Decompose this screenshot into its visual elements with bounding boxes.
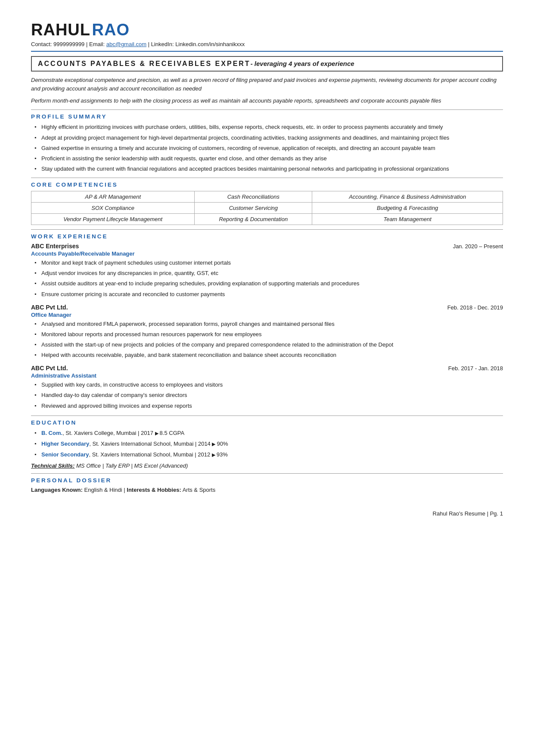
work-bullets-2: Analysed and monitored FMLA paperwork, p… — [34, 320, 503, 360]
work-company-1: ABC Enterprises — [31, 243, 79, 250]
profile-bullet-2: Adept at providing project management fo… — [34, 134, 503, 142]
competencies-divider — [31, 178, 503, 178]
work-dates-3: Feb. 2017 - Jan. 2018 — [448, 365, 503, 372]
work-role-2: Office Manager — [31, 312, 503, 318]
work-1-bullet-2: Adjust vendor invoices for any discrepan… — [34, 269, 503, 278]
email-label: Email: — [89, 41, 105, 47]
personal-dossier: Languages Known: English & Hindi | Inter… — [31, 487, 503, 493]
contact-label: Contact: — [31, 41, 52, 47]
languages-label: Languages Known: — [31, 487, 83, 493]
education-list: B. Com., St. Xaviers College, Mumbai | 2… — [34, 429, 503, 459]
name-block: RAHUL RAO — [31, 21, 503, 39]
comp-2-1: SOX Compliance — [31, 203, 195, 214]
edu-2-rest: , St. Xaviers International School, Mumb… — [89, 440, 211, 447]
edu-3-rest: , St. Xaviers International School, Mumb… — [89, 451, 211, 458]
job-title: ACCOUNTS PAYABLES & RECEIVABLES EXPERT — [38, 60, 251, 67]
profile-bullet-3: Gained expertise in ensuring a timely an… — [34, 144, 503, 153]
profile-bullet-4: Proficient in assisting the senior leade… — [34, 154, 503, 163]
personal-dossier-divider — [31, 473, 503, 474]
work-entry-3: ABC Pvt Ltd. Feb. 2017 - Jan. 2018 Admin… — [31, 365, 503, 410]
work-3-bullet-1: Supplied with key cards, in constructive… — [34, 381, 503, 389]
contact-phone: 9999999999 — [53, 41, 84, 47]
summary-para-2: Perform month-end assignments to help wi… — [31, 97, 503, 105]
technical-skills-value: MS Office | Tally ERP | MS Excel (Advanc… — [76, 462, 188, 469]
comp-3-2: Reporting & Documentation — [195, 214, 312, 225]
work-role-1: Accounts Payable/Receivable Manager — [31, 250, 503, 257]
title-box: ACCOUNTS PAYABLES & RECEIVABLES EXPERT- … — [31, 56, 503, 72]
competency-row-2: SOX Compliance Customer Servicing Budget… — [31, 203, 503, 214]
work-header-3: ABC Pvt Ltd. Feb. 2017 - Jan. 2018 — [31, 365, 503, 372]
footer-text: Rahul Rao's Resume | Pg. 1 — [433, 510, 503, 517]
interests-label: Interests & Hobbies: — [127, 487, 181, 493]
work-bullets-3: Supplied with key cards, in constructive… — [34, 381, 503, 410]
edu-2-arrow: ▶ — [212, 441, 217, 447]
work-dates-1: Jan. 2020 – Present — [453, 243, 503, 250]
competency-row-3: Vendor Payment Lifecycle Management Repo… — [31, 214, 503, 225]
profile-divider — [31, 109, 503, 110]
competency-row-1: AP & AR Management Cash Reconciliations … — [31, 191, 503, 203]
summary-para-1: Demonstrate exceptional competence and p… — [31, 76, 503, 93]
interests-value: Arts & Sports — [183, 487, 216, 493]
edu-3-result: 93% — [217, 451, 228, 458]
edu-2-result: 90% — [217, 440, 228, 447]
work-dates-2: Feb. 2018 - Dec. 2019 — [447, 304, 503, 311]
profile-bullet-5: Stay updated with the current with finan… — [34, 165, 503, 173]
comp-1-1: AP & AR Management — [31, 191, 195, 203]
technical-skills: Technical Skills: MS Office | Tally ERP … — [31, 462, 503, 469]
edu-item-3: Senior Secondary, St. Xaviers Internatio… — [34, 450, 503, 459]
work-3-bullet-2: Handled day-to day calendar of company's… — [34, 391, 503, 400]
comp-1-3: Accounting, Finance & Business Administr… — [312, 191, 503, 203]
work-3-bullet-3: Reviewed and approved billing invoices a… — [34, 402, 503, 410]
work-role-3: Administrative Assistant — [31, 372, 503, 379]
edu-item-1: B. Com., St. Xaviers College, Mumbai | 2… — [34, 429, 503, 437]
edu-3-arrow: ▶ — [212, 452, 217, 457]
first-name: RAHUL — [31, 21, 90, 39]
linkedin-url: Linkedin.com/in/sinhanikxxx — [175, 41, 245, 47]
competencies-table: AP & AR Management Cash Reconciliations … — [31, 191, 503, 225]
linkedin-label: LinkedIn: — [151, 41, 174, 47]
header-divider — [31, 51, 503, 52]
work-2-bullet-2: Monitored labour reports and processed h… — [34, 330, 503, 339]
personal-dossier-title: PERSONAL DOSSIER — [31, 477, 503, 484]
work-experience-title: WORK EXPERIENCE — [31, 233, 503, 240]
work-2-bullet-4: Helped with accounts receivable, payable… — [34, 351, 503, 359]
work-company-2: ABC Pvt Ltd. — [31, 304, 68, 311]
work-header-1: ABC Enterprises Jan. 2020 – Present — [31, 243, 503, 250]
work-1-bullet-3: Assist outside auditors at year-end to i… — [34, 279, 503, 288]
comp-2-2: Customer Servicing — [195, 203, 312, 214]
profile-summary-title: PROFILE SUMMARY — [31, 113, 503, 120]
work-entry-2: ABC Pvt Ltd. Feb. 2018 - Dec. 2019 Offic… — [31, 304, 503, 360]
contact-line: Contact: 9999999999 | Email: abc@gmail.c… — [31, 41, 503, 47]
email-link[interactable]: abc@gmail.com — [106, 41, 146, 47]
last-name: RAO — [92, 21, 130, 39]
edu-3-highlight: Senior Secondary — [41, 451, 89, 458]
comp-3-1: Vendor Payment Lifecycle Management — [31, 214, 195, 225]
edu-2-highlight: Higher Secondary — [41, 440, 89, 447]
work-header-2: ABC Pvt Ltd. Feb. 2018 - Dec. 2019 — [31, 304, 503, 311]
work-2-bullet-3: Assisted with the start-up of new projec… — [34, 341, 503, 349]
work-entry-1: ABC Enterprises Jan. 2020 – Present Acco… — [31, 243, 503, 299]
core-competencies-title: CORE COMPETENCIES — [31, 181, 503, 188]
comp-3-3: Team Management — [312, 214, 503, 225]
comp-2-3: Budgeting & Forecasting — [312, 203, 503, 214]
technical-skills-label: Technical Skills: — [31, 462, 75, 469]
comp-1-2: Cash Reconciliations — [195, 191, 312, 203]
work-company-3: ABC Pvt Ltd. — [31, 365, 68, 372]
edu-1-rest: , St. Xaviers College, Mumbai | 2017 — [62, 430, 153, 436]
profile-summary-list: Highly efficient in prioritizing invoice… — [34, 123, 503, 173]
work-experience-divider — [31, 229, 503, 230]
work-1-bullet-1: Monitor and kept track of payment schedu… — [34, 259, 503, 267]
job-subtitle: - leveraging 4 years of experience — [251, 60, 354, 67]
edu-item-2: Higher Secondary, St. Xaviers Internatio… — [34, 440, 503, 448]
work-1-bullet-4: Ensure customer pricing is accurate and … — [34, 290, 503, 299]
work-bullets-1: Monitor and kept track of payment schedu… — [34, 259, 503, 299]
edu-1-arrow: ▶ — [155, 431, 160, 436]
page-footer: Rahul Rao's Resume | Pg. 1 — [31, 510, 503, 517]
education-title: EDUCATION — [31, 419, 503, 426]
languages-value: English & Hindi — [84, 487, 122, 493]
work-2-bullet-1: Analysed and monitored FMLA paperwork, p… — [34, 320, 503, 328]
edu-1-highlight: B. Com. — [41, 430, 62, 436]
profile-bullet-1: Highly efficient in prioritizing invoice… — [34, 123, 503, 131]
education-divider — [31, 415, 503, 416]
edu-1-result: 8.5 CGPA — [160, 430, 185, 436]
